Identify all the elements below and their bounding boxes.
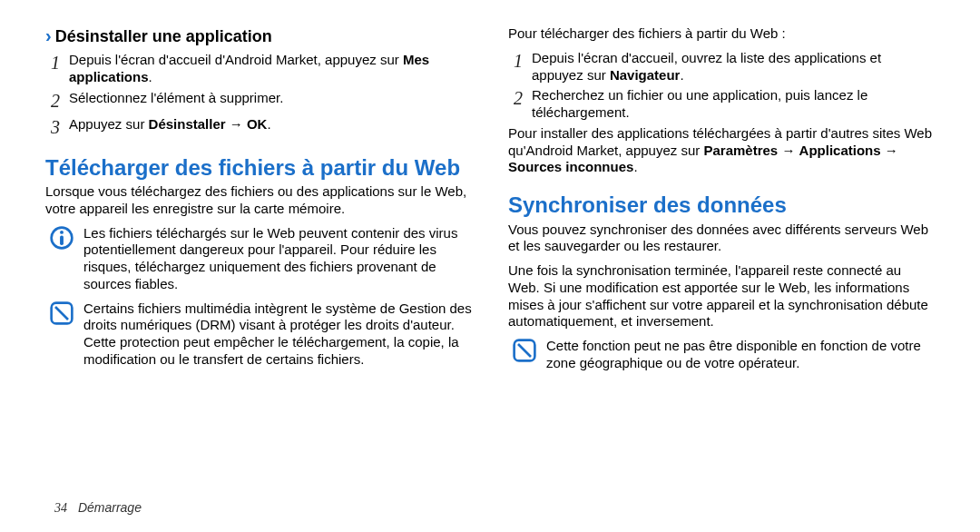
left-column: ›Désinstaller une application 1 Depuis l… [45,25,472,379]
svg-rect-2 [60,235,64,245]
warning-icon [49,225,74,251]
svg-point-1 [60,231,64,234]
step: 2 Sélectionnez l'élément à supprimer. [51,90,472,113]
info-icon [49,300,74,326]
download-steps: 1 Depuis l'écran d'accueil, ouvrez la li… [514,50,935,122]
svg-line-6 [518,344,531,357]
info-icon [512,338,537,363]
paragraph: Pour installer des applications téléchar… [508,125,935,176]
info-box: Cette fonction peut ne pas être disponib… [512,338,935,372]
heading-sync: Synchroniser des données [508,192,935,218]
warning-text: Les fichiers téléchargés sur le Web peuv… [83,225,472,293]
step-text: Depuis l'écran d'accueil d'Android Marke… [69,52,472,86]
step-number: 2 [514,87,532,110]
paragraph: Une fois la synchronisation terminée, l'… [508,262,935,330]
step-text: Recherchez un fichier ou une application… [532,87,935,122]
warning-box: Les fichiers téléchargés sur le Web peuv… [49,225,472,293]
step-text: Appuyez sur Désinstaller → OK. [69,116,472,133]
step: 1 Depuis l'écran d'accueil, ouvrez la li… [514,50,935,84]
step-number: 1 [51,52,69,74]
subheading-text: Désinstaller une application [55,27,272,45]
page-number: 34 [54,501,67,515]
subheading-uninstall: ›Désinstaller une application [45,25,472,46]
page-footer: 34 Démarrage [54,500,142,516]
paragraph: Vous pouvez synchroniser des données ave… [508,222,935,256]
chevron-icon: › [45,25,52,45]
step-number: 2 [51,90,69,113]
step-text: Depuis l'écran d'accueil, ouvrez la list… [532,50,935,84]
step: 3 Appuyez sur Désinstaller → OK. [51,116,472,139]
info-box: Certains fichiers multimédia intègrent l… [49,300,472,369]
info-text: Cette fonction peut ne pas être disponib… [546,338,935,372]
info-text: Certains fichiers multimédia intègrent l… [83,300,472,369]
svg-line-4 [55,307,68,320]
footer-section: Démarrage [78,500,142,515]
step: 1 Depuis l'écran d'accueil d'Android Mar… [51,52,472,86]
uninstall-steps: 1 Depuis l'écran d'accueil d'Android Mar… [51,52,472,139]
paragraph: Pour télécharger des fichiers à partir d… [508,25,935,43]
step-number: 1 [514,50,532,73]
step: 2 Recherchez un fichier ou une applicati… [514,87,935,122]
step-text: Sélectionnez l'élément à supprimer. [69,90,472,107]
paragraph: Lorsque vous téléchargez des fichiers ou… [45,183,472,218]
step-number: 3 [51,116,69,139]
heading-download-web: Télécharger des fichiers à partir du Web [45,155,472,181]
right-column: Pour télécharger des fichiers à partir d… [508,25,935,379]
